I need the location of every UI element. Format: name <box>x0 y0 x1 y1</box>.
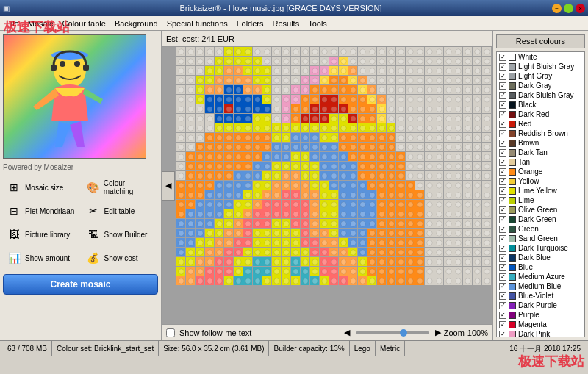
colour-item[interactable]: Brown <box>497 138 584 148</box>
tool-icon: 🖼 <box>6 226 22 242</box>
zoom-slider[interactable] <box>356 331 429 334</box>
colour-item[interactable]: Dark Red <box>497 109 584 119</box>
colour-checkbox[interactable] <box>499 168 506 176</box>
colour-item[interactable]: Blue <box>497 262 584 272</box>
colour-checkbox[interactable] <box>499 283 506 290</box>
colour-swatch <box>509 312 516 319</box>
colour-item[interactable]: Yellow <box>497 176 584 186</box>
colour-checkbox[interactable] <box>499 140 506 147</box>
right-panel: Reset colours WhiteLight Bluish GrayLigh… <box>492 31 588 340</box>
tool-piet-mondriaan[interactable]: ⊟Piet Mondriaan <box>3 201 79 221</box>
maximize-button[interactable]: □ <box>564 4 573 13</box>
colour-checkbox[interactable] <box>499 54 506 61</box>
colour-checkbox[interactable] <box>499 302 506 309</box>
follow-me-checkbox[interactable] <box>166 328 175 337</box>
colour-checkbox[interactable] <box>499 92 506 99</box>
scroll-left-button[interactable]: ◀ <box>162 171 175 201</box>
tool-picture-library[interactable]: 🖼Picture library <box>3 224 79 245</box>
colour-checkbox[interactable] <box>499 216 506 223</box>
colour-name: Lime Yellow <box>518 187 557 195</box>
minimize-button[interactable]: − <box>552 4 562 13</box>
tool-show-builder[interactable]: 🏗Show Builder <box>82 224 159 245</box>
tool-colour-matching[interactable]: 🎨Colour matching <box>82 177 159 198</box>
colour-item[interactable]: White <box>497 52 584 62</box>
colour-checkbox[interactable] <box>499 292 506 300</box>
colour-checkbox[interactable] <box>499 178 506 185</box>
mosaic-viewport[interactable]: ◀ <box>162 47 492 324</box>
colour-checkbox[interactable] <box>499 63 506 71</box>
menu-item-tools[interactable]: Tools <box>304 18 331 29</box>
create-mosaic-button[interactable]: Create mosaic <box>3 274 158 295</box>
colour-checkbox[interactable] <box>499 245 506 252</box>
colour-item[interactable]: Blue-Violet <box>497 291 584 301</box>
tool-mosaic-size[interactable]: ⊞Mosaic size <box>3 177 79 198</box>
colour-checkbox[interactable] <box>499 149 506 157</box>
menu-item-folders[interactable]: Folders <box>232 18 268 29</box>
colour-name: Medium Blue <box>518 282 561 290</box>
colour-checkbox[interactable] <box>499 101 506 109</box>
colour-item[interactable]: Tan <box>497 157 584 167</box>
tool-icon: 📊 <box>6 250 22 266</box>
colour-item[interactable]: Reddish Brown <box>497 129 584 138</box>
colour-checkbox[interactable] <box>499 312 506 319</box>
colour-name: Dark Pink <box>518 330 550 337</box>
colour-item[interactable]: Purple <box>497 310 584 320</box>
zoom-arrow-right[interactable]: ▶ <box>435 328 441 337</box>
colour-checkbox[interactable] <box>499 273 506 281</box>
colour-item[interactable]: Red <box>497 119 584 129</box>
colour-item[interactable]: Dark Turquoise <box>497 243 584 253</box>
colour-name: Reddish Brown <box>518 129 568 137</box>
zoom-arrow-left[interactable]: ◀ <box>344 328 350 337</box>
zoom-value: 100% <box>467 328 488 337</box>
colour-checkbox[interactable] <box>499 206 506 214</box>
mosaic-render <box>176 47 492 290</box>
colour-checkbox[interactable] <box>499 226 506 233</box>
colour-item[interactable]: Medium Blue <box>497 281 584 291</box>
colour-item[interactable]: Dark Blue <box>497 253 584 262</box>
colour-item[interactable]: Magenta <box>497 320 584 329</box>
colour-item[interactable]: Light Bluish Gray <box>497 62 584 71</box>
colour-checkbox[interactable] <box>499 321 506 328</box>
colour-item[interactable]: Medium Azure <box>497 272 584 281</box>
colour-item[interactable]: Lime Yellow <box>497 186 584 195</box>
colour-item[interactable]: Dark Tan <box>497 148 584 157</box>
colour-checkbox[interactable] <box>499 187 506 195</box>
menu-item-results[interactable]: Results <box>268 18 304 29</box>
colour-checkbox[interactable] <box>499 235 506 242</box>
colour-checkbox[interactable] <box>499 197 506 204</box>
svg-rect-6 <box>83 65 89 71</box>
menu-item-special-functions[interactable]: Special functions <box>162 18 232 29</box>
colour-checkbox[interactable] <box>499 111 506 118</box>
colour-item[interactable]: Green <box>497 224 584 234</box>
colour-checkbox[interactable] <box>499 130 506 137</box>
tool-show-cost[interactable]: 💰Show cost <box>82 248 159 268</box>
colour-item[interactable]: Orange <box>497 167 584 176</box>
menu-item-background[interactable]: Background <box>110 18 162 29</box>
colour-checkbox[interactable] <box>499 159 506 166</box>
colour-item[interactable]: Dark Bluish Gray <box>497 90 584 100</box>
tool-edit-table[interactable]: ✂Edit table <box>82 201 159 221</box>
reset-colours-button[interactable]: Reset colours <box>496 34 585 48</box>
colour-checkbox[interactable] <box>499 264 506 271</box>
colour-checkbox[interactable] <box>499 73 506 80</box>
tool-label: Mosaic size <box>25 184 63 192</box>
colour-item[interactable]: Dark Purple <box>497 301 584 310</box>
colour-item[interactable]: Lime <box>497 195 584 205</box>
colour-item[interactable]: Dark Pink <box>497 329 584 337</box>
colour-item[interactable]: Sand Green <box>497 234 584 243</box>
close-button[interactable]: × <box>576 4 585 13</box>
colour-checkbox[interactable] <box>499 82 506 90</box>
colour-item[interactable]: Light Gray <box>497 71 584 81</box>
colour-item[interactable]: Dark Green <box>497 215 584 224</box>
tool-show-amount[interactable]: 📊Show amount <box>3 248 79 268</box>
status-memory: 63 / 708 MB <box>3 341 52 356</box>
colour-item[interactable]: Olive Green <box>497 205 584 215</box>
colour-item[interactable]: Black <box>497 100 584 109</box>
colour-swatch <box>509 187 516 195</box>
colour-list[interactable]: WhiteLight Bluish GrayLight GrayDark Gra… <box>496 51 585 337</box>
titlebar: ▣ Brickaizer® - I love music.jpg [GRACE … <box>0 0 588 16</box>
colour-checkbox[interactable] <box>499 331 506 338</box>
colour-checkbox[interactable] <box>499 121 506 128</box>
colour-checkbox[interactable] <box>499 254 506 262</box>
colour-item[interactable]: Dark Gray <box>497 81 584 90</box>
